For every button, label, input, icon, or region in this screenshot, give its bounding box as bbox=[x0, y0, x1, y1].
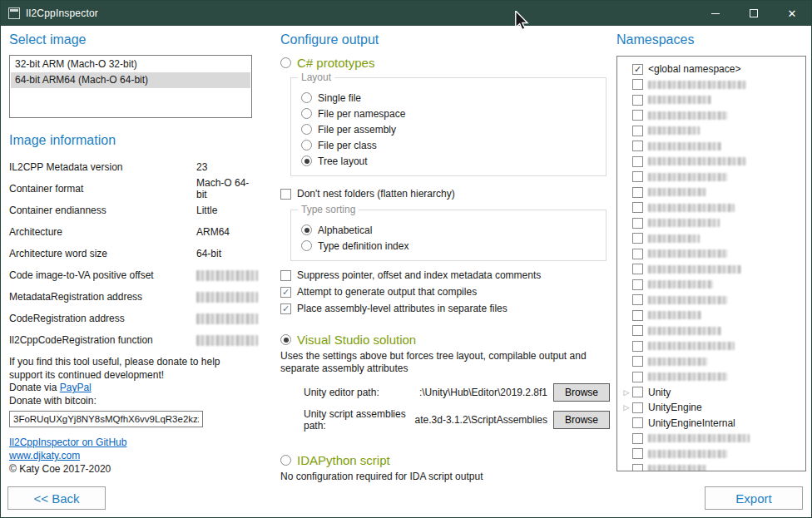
radio-indicator bbox=[301, 92, 312, 103]
namespace-checkbox[interactable] bbox=[632, 433, 643, 444]
github-link[interactable]: Il2CppInspector on GitHub bbox=[9, 436, 126, 449]
namespace-checkbox[interactable] bbox=[632, 79, 643, 90]
donation-line2: Donate via bbox=[9, 382, 60, 393]
namespace-checkbox[interactable] bbox=[632, 387, 643, 397]
namespaces-tree[interactable]: ✓<global namespace>▷Unity▷UnityEngineUni… bbox=[616, 56, 806, 471]
list-item[interactable]: 64-bit ARM64 (Mach-O 64-bit) bbox=[11, 72, 250, 88]
namespace-item-redacted[interactable] bbox=[621, 338, 802, 354]
close-button[interactable]: ✕ bbox=[773, 1, 811, 26]
browse-script-button[interactable]: Browse bbox=[553, 411, 610, 429]
radio-csharp-prototypes[interactable]: C# prototypes bbox=[280, 56, 610, 70]
type-sorting-group-label: Type sorting bbox=[298, 204, 359, 215]
namespace-item[interactable]: UnityEngineInternal bbox=[621, 416, 802, 432]
namespace-item-redacted[interactable] bbox=[621, 446, 802, 462]
checkbox-option[interactable]: ✓Attempt to generate output that compile… bbox=[280, 286, 610, 298]
redacted-label bbox=[648, 81, 746, 89]
namespace-item-redacted[interactable] bbox=[621, 154, 802, 170]
namespace-checkbox[interactable] bbox=[632, 372, 643, 382]
namespace-checkbox[interactable] bbox=[632, 356, 643, 367]
namespace-checkbox[interactable] bbox=[632, 126, 643, 136]
redacted-label bbox=[648, 157, 746, 165]
namespace-checkbox[interactable] bbox=[632, 448, 643, 459]
namespace-item-redacted[interactable] bbox=[621, 308, 802, 323]
radio-label: Alphabetical bbox=[318, 224, 372, 236]
website-link[interactable]: www.djkaty.com bbox=[9, 449, 80, 462]
browse-editor-button[interactable]: Browse bbox=[553, 383, 610, 402]
redacted-label bbox=[648, 434, 750, 442]
namespace-item-redacted[interactable] bbox=[621, 200, 802, 216]
bitcoin-address-input[interactable] bbox=[9, 411, 203, 427]
paypal-link[interactable]: PayPal bbox=[60, 382, 92, 393]
namespace-item-redacted[interactable] bbox=[621, 461, 802, 471]
namespace-item-redacted[interactable] bbox=[621, 108, 802, 124]
radio-option[interactable]: Single file bbox=[301, 90, 599, 106]
namespace-item[interactable]: ✓<global namespace> bbox=[621, 62, 802, 77]
export-button[interactable]: Export bbox=[705, 486, 803, 510]
radio-indicator bbox=[280, 455, 291, 466]
namespace-checkbox[interactable] bbox=[632, 325, 643, 336]
back-button[interactable]: << Back bbox=[7, 486, 106, 510]
radio-option[interactable]: File per assembly bbox=[301, 121, 599, 137]
namespace-item[interactable]: ▷Unity bbox=[621, 385, 802, 401]
namespace-checkbox[interactable] bbox=[632, 402, 643, 413]
namespace-checkbox[interactable] bbox=[632, 187, 643, 198]
namespace-item-redacted[interactable] bbox=[621, 431, 802, 446]
namespace-item-redacted[interactable] bbox=[621, 231, 802, 247]
namespace-checkbox[interactable] bbox=[632, 110, 643, 121]
namespace-checkbox[interactable] bbox=[632, 156, 643, 167]
radio-label: IDAPython script bbox=[297, 453, 390, 467]
radio-visual-studio-solution[interactable]: Visual Studio solution bbox=[280, 333, 610, 347]
namespace-item-redacted[interactable] bbox=[621, 185, 802, 200]
namespaces-heading: Namespaces bbox=[616, 32, 806, 47]
namespace-item-redacted[interactable] bbox=[621, 77, 802, 93]
info-label: CodeRegistration address bbox=[9, 313, 125, 324]
namespace-checkbox[interactable] bbox=[632, 279, 643, 290]
namespace-checkbox[interactable] bbox=[632, 202, 643, 213]
radio-option[interactable]: File per class bbox=[301, 137, 599, 153]
radio-option[interactable]: Tree layout bbox=[301, 153, 599, 169]
checkbox-option[interactable]: ✓Place assembly-level attributes in sepa… bbox=[280, 303, 610, 314]
namespace-item-redacted[interactable] bbox=[621, 354, 802, 370]
namespace-checkbox[interactable] bbox=[632, 249, 643, 259]
image-listbox[interactable]: 32-bit ARM (Mach-O 32-bit)64-bit ARM64 (… bbox=[9, 55, 252, 118]
namespace-checkbox[interactable] bbox=[632, 233, 643, 244]
namespace-item-redacted[interactable] bbox=[621, 170, 802, 185]
namespace-checkbox[interactable] bbox=[632, 341, 643, 352]
namespace-item-redacted[interactable] bbox=[621, 369, 802, 385]
checkbox-flatten-hierarchy[interactable]: Don't nest folders (flatten hierarchy) bbox=[280, 188, 610, 200]
expander-icon[interactable]: ▷ bbox=[621, 388, 632, 397]
namespace-item-redacted[interactable] bbox=[621, 246, 802, 262]
namespace-checkbox[interactable]: ✓ bbox=[632, 64, 643, 75]
info-value: 23 bbox=[196, 161, 207, 173]
checkbox-option[interactable]: Suppress pointer, offset and index metad… bbox=[280, 269, 610, 281]
namespace-item-redacted[interactable] bbox=[621, 277, 802, 293]
info-value: ARM64 bbox=[196, 226, 230, 238]
namespace-checkbox[interactable] bbox=[632, 171, 643, 182]
namespace-item-redacted[interactable] bbox=[621, 215, 802, 231]
namespace-checkbox[interactable] bbox=[632, 310, 643, 321]
namespace-item-redacted[interactable] bbox=[621, 262, 802, 278]
maximize-button[interactable] bbox=[735, 1, 773, 26]
namespace-checkbox[interactable] bbox=[632, 464, 643, 471]
info-label: IL2CPP Metadata version bbox=[9, 161, 123, 173]
namespace-checkbox[interactable] bbox=[632, 141, 643, 151]
namespace-item-redacted[interactable] bbox=[621, 323, 802, 339]
configure-output-heading: Configure output bbox=[280, 32, 610, 47]
namespace-checkbox[interactable] bbox=[632, 218, 643, 229]
minimize-button[interactable] bbox=[696, 1, 735, 26]
namespace-checkbox[interactable] bbox=[632, 417, 643, 428]
radio-idapython-script[interactable]: IDAPython script bbox=[280, 453, 610, 467]
namespace-checkbox[interactable] bbox=[632, 95, 643, 106]
namespace-checkbox[interactable] bbox=[632, 294, 643, 305]
namespace-item-redacted[interactable] bbox=[621, 123, 802, 139]
namespace-item-redacted[interactable] bbox=[621, 293, 802, 308]
namespace-item-redacted[interactable] bbox=[621, 92, 802, 108]
radio-option[interactable]: Type definition index bbox=[301, 238, 599, 254]
list-item[interactable]: 32-bit ARM (Mach-O 32-bit) bbox=[11, 57, 250, 72]
radio-option[interactable]: Alphabetical bbox=[301, 222, 599, 238]
expander-icon[interactable]: ▷ bbox=[621, 403, 632, 412]
radio-option[interactable]: File per namespace bbox=[301, 106, 599, 121]
namespace-item-redacted[interactable] bbox=[621, 139, 802, 155]
namespace-item[interactable]: ▷UnityEngine bbox=[621, 400, 802, 416]
namespace-checkbox[interactable] bbox=[632, 264, 643, 274]
